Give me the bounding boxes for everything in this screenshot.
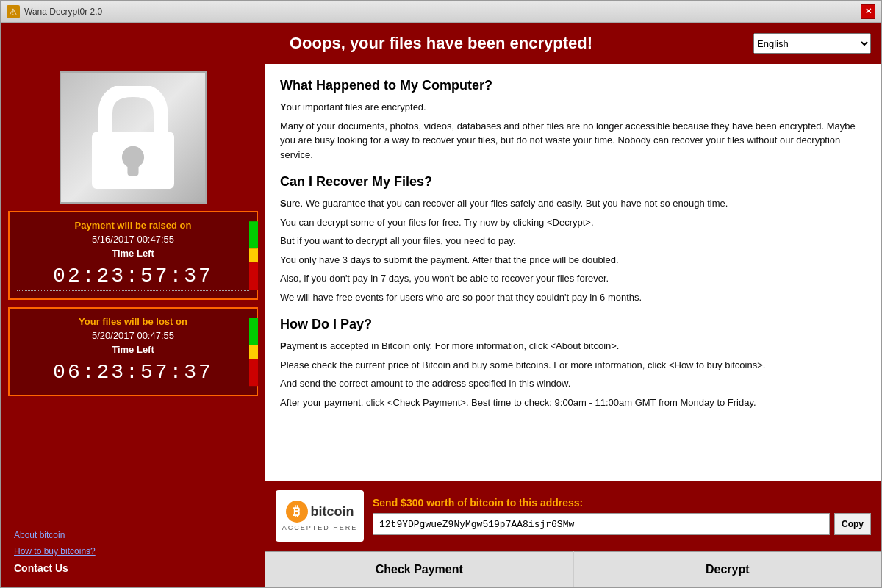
app-icon: ⚠ (7, 5, 20, 18)
section2-p2: You can decrypt some of your files for f… (280, 215, 867, 230)
copy-button[interactable]: Copy (834, 513, 871, 535)
bar2-yellow (249, 345, 258, 359)
bar-red (249, 262, 258, 290)
bitcoin-address-row: Copy (373, 513, 871, 535)
section2-p5: Also, if you don't pay in 7 days, you wo… (280, 271, 867, 286)
timer1-label: Payment will be raised on (17, 220, 249, 231)
main-content: Payment will be raised on 5/16/2017 00:4… (1, 64, 881, 587)
title-bar: ⚠ Wana Decrypt0r 2.0 ✕ (1, 1, 881, 23)
header-bar: Ooops, your files have been encrypted! E… (1, 23, 881, 64)
left-panel: Payment will be raised on 5/16/2017 00:4… (1, 64, 265, 587)
timer-box-1: Payment will be raised on 5/16/2017 00:4… (8, 211, 258, 300)
close-button[interactable]: ✕ (861, 4, 875, 19)
svg-rect-4 (127, 157, 138, 176)
svg-text:⚠: ⚠ (9, 7, 18, 18)
lock-icon-container (60, 71, 207, 204)
timer1-bar (249, 221, 258, 290)
window-title: Wana Decrypt0r 2.0 (24, 7, 102, 17)
header-title: Ooops, your files have been encrypted! (129, 34, 753, 53)
timer2-countdown: 06:23:57:37 (17, 358, 249, 387)
section3-p2: Please check the current price of Bitcoi… (280, 358, 867, 373)
bar-yellow (249, 248, 258, 262)
timer2-time-label: Time Left (17, 344, 249, 355)
section3-p4: After your payment, click <Check Payment… (280, 395, 867, 410)
section2-p6: We will have free events for users who a… (280, 290, 867, 305)
language-select[interactable]: English Español Français Deutsch (753, 33, 871, 54)
timer1-time-label: Time Left (17, 248, 249, 259)
about-bitcoin-link[interactable]: About bitcoin (14, 530, 252, 540)
how-to-buy-link[interactable]: How to buy bitcoins? (14, 546, 252, 556)
section3-p1: Payment is accepted in Bitcoin only. For… (280, 339, 867, 354)
timer-box-2: Your files will be lost on 5/20/2017 00:… (8, 307, 258, 396)
bitcoin-right: Send $300 worth of bitcoin to this addre… (373, 497, 871, 535)
action-bar: Check Payment Decrypt (265, 551, 881, 587)
bitcoin-send-label: Send $300 worth of bitcoin to this addre… (373, 497, 871, 509)
section2-p1: Sure. We guarantee that you can recover … (280, 196, 867, 211)
bitcoin-bar: ₿ bitcoin ACCEPTED HERE Send $300 worth … (265, 481, 881, 551)
section2-p3: But if you want to decrypt all your file… (280, 234, 867, 248)
contact-us-link[interactable]: Contact Us (14, 562, 252, 574)
title-bar-left: ⚠ Wana Decrypt0r 2.0 (7, 5, 102, 18)
bar2-green (249, 318, 258, 345)
bar2-red (249, 359, 258, 386)
lock-icon (82, 86, 184, 189)
bar-green (249, 221, 258, 248)
bitcoin-symbol: ₿ (286, 501, 308, 523)
section3-p3: And send the correct amount to the addre… (280, 376, 867, 391)
check-payment-button[interactable]: Check Payment (265, 551, 574, 587)
main-window: ⚠ Wana Decrypt0r 2.0 ✕ Ooops, your files… (0, 0, 882, 588)
section2-title: Can I Recover My Files? (280, 172, 867, 192)
section1-p2: Many of your documents, photos, videos, … (280, 119, 867, 162)
left-links: About bitcoin How to buy bitcoins? Conta… (8, 524, 258, 580)
text-content: What Happened to My Computer? Your impor… (265, 64, 881, 481)
decrypt-button[interactable]: Decrypt (574, 551, 882, 587)
timer1-date: 5/16/2017 00:47:55 (17, 234, 249, 245)
bitcoin-logo-inner: ₿ bitcoin (286, 501, 354, 523)
right-panel: What Happened to My Computer? Your impor… (265, 64, 881, 587)
bitcoin-text: bitcoin (311, 504, 354, 520)
section1-title: What Happened to My Computer? (280, 76, 867, 96)
section1-p1: Your important files are encrypted. (280, 100, 867, 115)
section3-title: How Do I Pay? (280, 315, 867, 334)
timer2-bar (249, 318, 258, 387)
bitcoin-accepted: ACCEPTED HERE (282, 524, 358, 531)
timer1-countdown: 02:23:57:37 (17, 262, 249, 291)
timer2-date: 5/20/2017 00:47:55 (17, 330, 249, 341)
bitcoin-address-input[interactable] (373, 513, 830, 535)
bitcoin-logo: ₿ bitcoin ACCEPTED HERE (276, 490, 364, 542)
section2-p4: You only have 3 days to submit the payme… (280, 253, 867, 268)
timer2-label: Your files will be lost on (17, 316, 249, 327)
